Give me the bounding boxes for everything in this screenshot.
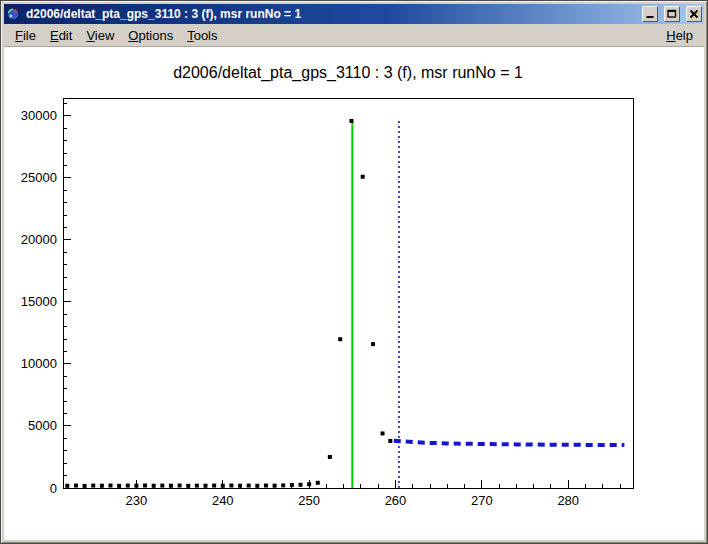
- window-title: d2006/deltat_pta_gps_3110 : 3 (f), msr r…: [24, 7, 636, 21]
- root-canvas[interactable]: d2006/deltat_pta_gps_3110 : 3 (f), msr r…: [4, 47, 704, 540]
- svg-text:260: 260: [385, 493, 407, 508]
- svg-text:25000: 25000: [21, 170, 57, 185]
- plot-svg: d2006/deltat_pta_gps_3110 : 3 (f), msr r…: [4, 47, 704, 540]
- menu-view[interactable]: View: [79, 26, 121, 45]
- titlebar[interactable]: d2006/deltat_pta_gps_3110 : 3 (f), msr r…: [4, 4, 704, 24]
- menu-tools[interactable]: Tools: [180, 26, 224, 45]
- plot-title: d2006/deltat_pta_gps_3110 : 3 (f), msr r…: [173, 64, 523, 82]
- svg-text:230: 230: [126, 493, 148, 508]
- menu-help[interactable]: Help: [659, 26, 700, 45]
- close-icon: [689, 7, 699, 22]
- svg-text:280: 280: [557, 493, 579, 508]
- menu-options[interactable]: Options: [121, 26, 180, 45]
- minimize-icon: [645, 7, 655, 22]
- app-icon: [6, 7, 20, 21]
- maximize-icon: [667, 7, 677, 22]
- minimize-button[interactable]: [642, 6, 658, 22]
- svg-text:270: 270: [471, 493, 493, 508]
- window: d2006/deltat_pta_gps_3110 : 3 (f), msr r…: [0, 0, 708, 544]
- svg-text:20000: 20000: [21, 232, 57, 247]
- maximize-button[interactable]: [664, 6, 680, 22]
- svg-text:0: 0: [50, 481, 57, 496]
- svg-text:250: 250: [298, 493, 320, 508]
- histogram-series: [65, 119, 392, 488]
- menubar: FileEditViewOptionsTools Help: [4, 24, 704, 47]
- svg-text:30000: 30000: [21, 108, 57, 123]
- svg-text:5000: 5000: [28, 418, 57, 433]
- svg-text:10000: 10000: [21, 356, 57, 371]
- menu-edit[interactable]: Edit: [43, 26, 79, 45]
- svg-text:15000: 15000: [21, 294, 57, 309]
- close-button[interactable]: [686, 6, 702, 22]
- menu-left: FileEditViewOptionsTools: [8, 26, 225, 45]
- axes-ticks: [63, 104, 620, 488]
- menu-file[interactable]: File: [8, 26, 43, 45]
- plot-frame: [63, 98, 633, 488]
- axis-labels: 2302402502602702800500010000150002000025…: [21, 108, 579, 508]
- theory-line: [394, 441, 625, 445]
- svg-text:240: 240: [212, 493, 234, 508]
- menu-right: Help: [659, 26, 700, 45]
